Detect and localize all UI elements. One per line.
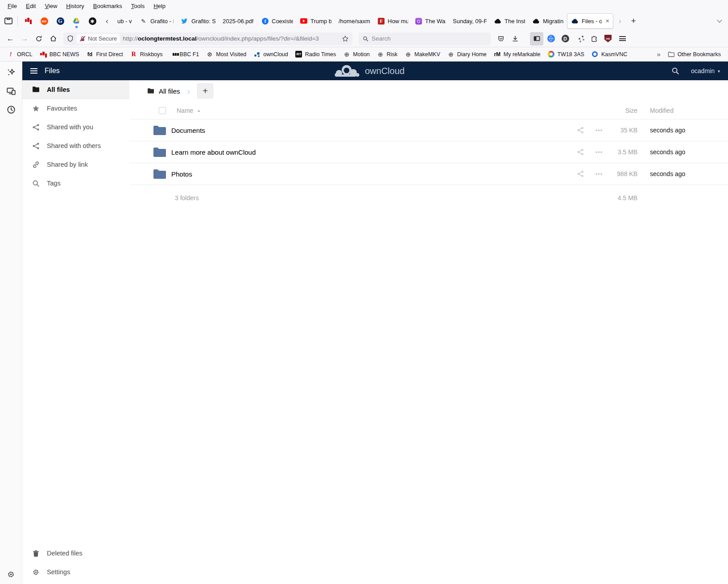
tab-home-dir[interactable]: /home/saxm: [335, 13, 374, 29]
share-button[interactable]: [571, 127, 589, 134]
tab-owncloud-1[interactable]: The Insta: [490, 13, 529, 29]
pocket-button[interactable]: [494, 32, 508, 45]
pinned-tab-ars[interactable]: ars: [36, 13, 52, 29]
downloads-button[interactable]: [509, 32, 522, 45]
menu-history[interactable]: History: [62, 1, 88, 11]
share-button[interactable]: [571, 170, 589, 177]
menu-file[interactable]: File: [4, 1, 21, 11]
bookmark-star-icon[interactable]: [342, 35, 349, 42]
search-input[interactable]: [372, 35, 487, 42]
search-bar[interactable]: [359, 33, 491, 45]
bookmark-makemkv[interactable]: ⊕MakeMKV: [402, 49, 443, 60]
url-bar[interactable]: Not Secure http://oclongtermtest.local/o…: [63, 33, 352, 45]
select-all-checkbox[interactable]: [159, 107, 166, 114]
tab-owncloud-2[interactable]: Migrating: [529, 13, 567, 29]
breadcrumb[interactable]: All files: [147, 87, 180, 95]
sidebar-item-all-files[interactable]: All files: [22, 80, 129, 99]
ai-chatbot-icon[interactable]: [7, 68, 16, 77]
bookmark-bbc-f1[interactable]: BBC F1: [167, 49, 202, 60]
bookmark-motion[interactable]: ⊕Motion: [340, 49, 372, 60]
list-all-tabs-button[interactable]: [713, 14, 726, 28]
close-tab-icon[interactable]: ×: [606, 17, 609, 25]
pinned-tab-chatgpt[interactable]: ∗: [84, 13, 100, 29]
tab-facebook[interactable]: fCoexister: [258, 13, 297, 29]
tab-pdf[interactable]: 2025-06.pdf: [219, 13, 258, 29]
globe-icon: ⊕: [405, 51, 412, 58]
back-button[interactable]: ←: [4, 32, 17, 45]
synced-tabs-icon[interactable]: [7, 86, 16, 95]
tab-youtube[interactable]: Trump bla: [297, 13, 335, 29]
tab-ft[interactable]: FHow muc: [374, 13, 412, 29]
extensions-button[interactable]: [587, 32, 600, 45]
pinned-tab-guardian[interactable]: G: [52, 13, 68, 29]
sidebar-item-shared-with-others[interactable]: Shared with others: [22, 136, 129, 155]
user-menu[interactable]: ocadmin ▾: [691, 67, 720, 74]
sidebar-toggle-extension[interactable]: [530, 32, 543, 45]
column-header-modified[interactable]: Modified: [637, 107, 728, 114]
bookmark-risk[interactable]: ⊕Risk: [374, 49, 400, 60]
menu-help[interactable]: Help: [149, 1, 170, 11]
sidebar-item-favourites[interactable]: Favourites: [22, 99, 129, 118]
header-search-icon[interactable]: [671, 67, 679, 75]
sidebar-item-tags[interactable]: Tags: [22, 174, 129, 193]
pencil-icon: ✎: [140, 17, 147, 25]
bookmark-remarkable[interactable]: rMMy reMarkable: [491, 49, 543, 60]
more-actions-button[interactable]: •••: [589, 127, 609, 134]
chevron-double-icon: »: [657, 50, 660, 58]
bookmark-diary-home[interactable]: ⊕Diary Home: [445, 49, 489, 60]
bookmark-kasmvnc[interactable]: KasmVNC: [589, 49, 630, 60]
site-security-chip[interactable]: Not Secure: [76, 34, 120, 43]
home-button[interactable]: [46, 32, 60, 45]
tab-files-active[interactable]: Files - o×: [567, 13, 613, 29]
scroll-tabs-left-button[interactable]: ‹: [100, 14, 114, 28]
new-tab-button[interactable]: +: [627, 14, 640, 28]
pinned-tab-bbc[interactable]: [20, 13, 36, 29]
tab-grafito-edit[interactable]: ✎Grafito - F: [136, 13, 177, 29]
bookmark-bbc-news[interactable]: BBC NEWS: [37, 49, 82, 60]
tab-podcast[interactable]: The Warg: [412, 13, 449, 29]
other-bookmarks-folder[interactable]: Other Bookmarks: [665, 49, 724, 60]
reload-button[interactable]: [32, 32, 46, 45]
sidebar-item-deleted-files[interactable]: Deleted files: [22, 544, 129, 563]
column-header-name[interactable]: Name ▲: [177, 107, 571, 114]
scroll-tabs-right-button[interactable]: ›: [613, 14, 627, 28]
sidebar-settings-gear-icon[interactable]: [7, 570, 15, 579]
pinned-tab-gdrive[interactable]: [68, 13, 84, 29]
share-button[interactable]: [571, 148, 589, 156]
forward-button[interactable]: →: [18, 32, 31, 45]
globe-extension[interactable]: [544, 32, 558, 45]
new-file-button[interactable]: +: [197, 83, 213, 99]
sidebar-item-shared-by-link[interactable]: Shared by link: [22, 155, 129, 174]
table-row[interactable]: Documents ••• 35 KB seconds ago: [129, 119, 728, 141]
bookmark-most-visited[interactable]: Most Visited: [203, 49, 249, 60]
bookmark-riskboys[interactable]: RRiskboys: [128, 49, 165, 60]
bookmarks-overflow-button[interactable]: »: [654, 49, 663, 60]
app-menu-button[interactable]: [616, 32, 629, 45]
sidebar-item-settings[interactable]: Settings: [22, 563, 129, 581]
tab-sunday[interactable]: Sunday, 09-F: [449, 13, 490, 29]
menu-bookmarks[interactable]: Bookmarks: [89, 1, 126, 11]
more-actions-button[interactable]: •••: [589, 149, 609, 156]
column-header-size[interactable]: Size: [609, 107, 637, 114]
menu-tools[interactable]: Tools: [127, 1, 149, 11]
bookmark-tw18[interactable]: TW18 3AS: [545, 49, 587, 60]
firefox-view-button[interactable]: [2, 14, 15, 28]
more-actions-button[interactable]: •••: [589, 171, 609, 177]
history-clock-icon[interactable]: [7, 105, 16, 114]
bookmark-owncloud[interactable]: ownCloud: [251, 49, 291, 60]
duckduckgo-extension[interactable]: D: [558, 32, 572, 45]
table-row[interactable]: Learn more about ownCloud ••• 3.5 MB sec…: [129, 141, 728, 163]
tab-github[interactable]: ub - v: [114, 13, 136, 29]
dots-extension[interactable]: [573, 32, 586, 45]
bookmark-orcl[interactable]: !ORCL: [4, 49, 35, 60]
bookmark-first-direct[interactable]: fdFirst Direct: [83, 49, 125, 60]
bookmark-radio-times[interactable]: RTRadio Times: [293, 49, 339, 60]
sidebar-item-shared-with-you[interactable]: Shared with you: [22, 118, 129, 136]
ublock-extension[interactable]: UO: [601, 32, 615, 45]
app-menu-hamburger-icon[interactable]: [30, 68, 37, 74]
tab-grafito-twitter[interactable]: Grafito: S: [177, 13, 219, 29]
table-row[interactable]: Photos ••• 988 KB seconds ago: [129, 163, 728, 185]
tracking-shield-icon[interactable]: [67, 35, 74, 42]
menu-edit[interactable]: Edit: [22, 1, 40, 11]
menu-view[interactable]: View: [41, 1, 61, 11]
